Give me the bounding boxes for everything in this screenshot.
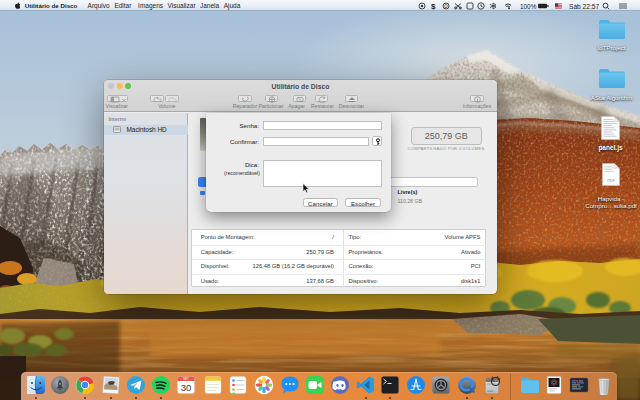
svg-text:$: $: [431, 2, 436, 10]
svg-text:Sáb 22:57: Sáb 22:57: [569, 2, 599, 9]
svg-text:30: 30: [181, 381, 192, 392]
svg-text:SET: SET: [183, 377, 189, 381]
svg-text:PDF: PDF: [607, 179, 615, 183]
svg-text:100%: 100%: [520, 2, 537, 9]
